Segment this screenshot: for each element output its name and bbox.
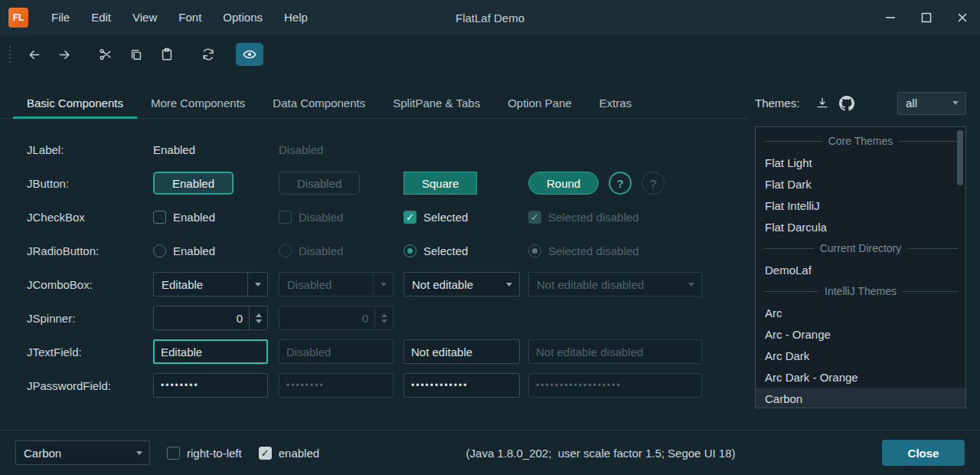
combobox-arrow-button[interactable]	[129, 441, 149, 464]
theme-item-arc-dark-orange[interactable]: Arc Dark - Orange	[756, 366, 965, 388]
back-button[interactable]	[20, 43, 47, 66]
passwordfield-not-editable[interactable]: ••••••••••••	[403, 373, 520, 398]
toolbar	[0, 35, 980, 74]
menubar: File Edit View Font Options Help	[41, 0, 318, 35]
status-text: (Java 1.8.0_202; user scale factor 1.5; …	[319, 447, 882, 460]
themes-list-scrollbar[interactable]	[957, 130, 963, 185]
close-window-button[interactable]	[944, 0, 980, 35]
theme-item-arc-dark[interactable]: Arc Dark	[756, 345, 965, 366]
titlebar: FL File Edit View Font Options Help Flat…	[0, 0, 980, 35]
disabled-button: Disabled	[279, 172, 360, 195]
minimize-button[interactable]	[872, 0, 908, 35]
theme-item-flat-dark[interactable]: Flat Dark	[756, 173, 965, 195]
enabled-checkbox[interactable]: ✓ enabled	[259, 447, 319, 460]
theme-item-arc[interactable]: Arc	[756, 302, 965, 323]
theme-item-carbon[interactable]: Carbon	[756, 388, 965, 408]
menu-item-file[interactable]: File	[41, 0, 80, 35]
checkbox-selected[interactable]: ✓ Selected	[403, 211, 528, 224]
spinner-arrows[interactable]	[249, 306, 267, 329]
enabled-button[interactable]: Enabled	[153, 172, 234, 195]
close-button[interactable]: Close	[882, 440, 965, 466]
checkbox-checked-icon[interactable]: ✓	[403, 211, 416, 224]
combobox-arrow-button	[681, 273, 701, 296]
menu-item-view[interactable]: View	[122, 0, 168, 35]
jlabel-row-label: JLabel:	[27, 143, 153, 156]
chevron-down-icon	[136, 451, 142, 455]
radio-icon[interactable]	[153, 244, 166, 257]
textfield-not-editable-disabled: Not editable disabled	[528, 339, 702, 364]
tab-strip: Basic Components More Components Data Co…	[0, 87, 747, 119]
theme-item-flat-intellij[interactable]: Flat IntelliJ	[756, 195, 965, 216]
forward-arrow-icon	[57, 47, 73, 63]
clipboard-icon	[159, 47, 175, 62]
combobox-arrow-button[interactable]	[247, 273, 267, 296]
checkbox-enabled[interactable]: Enabled	[153, 211, 279, 224]
tab-basic-components[interactable]: Basic Components	[13, 87, 137, 118]
refresh-button[interactable]	[194, 43, 222, 66]
round-button[interactable]: Round	[528, 172, 599, 195]
spinner-enabled[interactable]: 0	[153, 306, 268, 330]
theme-combobox[interactable]: Carbon	[15, 441, 150, 465]
toolbar-grip-handle[interactable]	[9, 46, 11, 63]
copy-button[interactable]	[122, 43, 150, 66]
help-button[interactable]: ?	[609, 172, 632, 195]
radio-disabled: Disabled	[279, 244, 403, 257]
paste-button[interactable]	[153, 43, 181, 66]
components-panel: Basic Components More Components Data Co…	[0, 74, 747, 408]
tab-option-pane[interactable]: Option Pane	[494, 87, 585, 118]
radio-selected-icon[interactable]	[403, 244, 416, 257]
textfield-not-editable[interactable]: Not editable	[403, 339, 520, 364]
radio-selected[interactable]: Selected	[403, 244, 528, 257]
spinner-disabled: 0	[279, 306, 394, 330]
chevron-down-icon	[506, 283, 512, 287]
maximize-button[interactable]	[908, 0, 944, 35]
menu-item-help[interactable]: Help	[273, 0, 318, 35]
textfield-editable-focused[interactable]: Editable	[153, 339, 268, 364]
github-button[interactable]	[835, 92, 859, 115]
checkbox-icon[interactable]	[153, 211, 166, 224]
jtextfield-row-label: JTextField:	[27, 346, 153, 359]
combobox-editable[interactable]: Editable	[153, 272, 268, 296]
theme-item-flat-darcula[interactable]: Flat Darcula	[756, 216, 965, 238]
passwordfield-enabled[interactable]: ••••••••	[153, 373, 268, 398]
download-themes-button[interactable]	[810, 92, 835, 115]
jradiobutton-row-label: JRadioButton:	[27, 244, 153, 257]
theme-item-flat-light[interactable]: Flat Light	[756, 152, 965, 173]
eye-icon	[242, 47, 257, 62]
forward-button[interactable]	[51, 43, 78, 66]
app-logo-icon: FL	[8, 8, 28, 28]
combobox-not-editable[interactable]: Not editable	[403, 272, 520, 296]
menu-item-font[interactable]: Font	[168, 0, 212, 35]
jbutton-row-label: JButton:	[27, 177, 153, 190]
theme-category-core: Core Themes	[756, 130, 965, 152]
main-content: Basic Components More Components Data Co…	[0, 74, 980, 408]
show-details-toggle-button[interactable]	[236, 43, 263, 66]
combobox-arrow-button[interactable]	[946, 93, 965, 114]
themes-label: Themes:	[755, 97, 799, 110]
tab-more-components[interactable]: More Components	[137, 87, 259, 118]
tab-data-components[interactable]: Data Components	[259, 87, 379, 118]
radio-enabled[interactable]: Enabled	[153, 244, 279, 257]
combobox-arrow-button[interactable]	[499, 273, 519, 296]
checkbox-checked-icon: ✓	[528, 211, 541, 224]
chevron-down-icon	[381, 283, 387, 287]
tab-splitpane-tabs[interactable]: SplitPane & Tabs	[379, 87, 494, 118]
cut-button[interactable]	[92, 43, 119, 66]
maximize-icon	[922, 14, 930, 22]
textfield-disabled: Disabled	[279, 339, 394, 364]
tab-extras[interactable]: Extras	[586, 87, 646, 118]
theme-item-arc-orange[interactable]: Arc - Orange	[756, 323, 965, 345]
menu-item-options[interactable]: Options	[212, 0, 273, 35]
themes-list: Core Themes Flat Light Flat Dark Flat In…	[755, 126, 966, 408]
square-button[interactable]: Square	[403, 172, 477, 195]
refresh-icon	[201, 47, 216, 62]
right-to-left-checkbox[interactable]: right-to-left	[167, 447, 242, 460]
checkbox-icon[interactable]	[167, 447, 180, 460]
theme-item-demolaf[interactable]: DemoLaf	[756, 259, 965, 280]
theme-filter-combobox[interactable]: all	[897, 92, 966, 115]
checkbox-checked-icon[interactable]: ✓	[259, 447, 272, 460]
menu-item-edit[interactable]: Edit	[80, 0, 122, 35]
chevron-down-icon	[952, 101, 959, 105]
spinner-down-icon	[256, 319, 262, 323]
app-window: FL File Edit View Font Options Help Flat…	[0, 0, 980, 475]
